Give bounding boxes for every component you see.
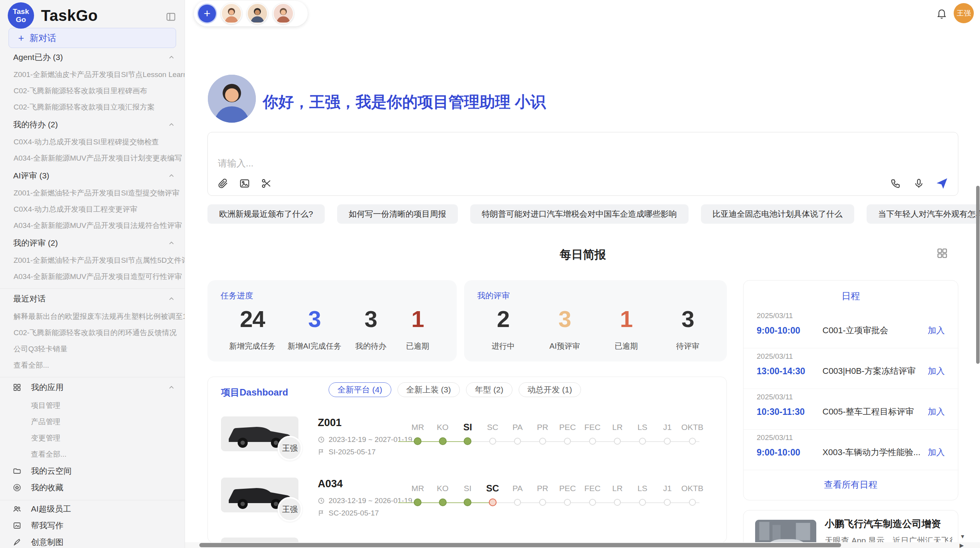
- tab-model-year[interactable]: 年型 (2): [466, 382, 512, 397]
- image-icon[interactable]: [238, 177, 251, 190]
- list-item[interactable]: A034-全新新能源MUV产品开发项目法规符合性评审: [0, 217, 185, 234]
- milestone-dot: [439, 437, 447, 445]
- project-next-milestone: SC-2025-05-17: [318, 509, 379, 517]
- user-avatar[interactable]: 王强: [954, 3, 974, 23]
- logo-text-top: Task: [13, 7, 29, 15]
- list-item[interactable]: C02-飞腾新能源轻客改款项目立项汇报方案: [0, 99, 185, 115]
- tab-new-platform[interactable]: 全新平台 (4): [329, 382, 391, 397]
- list-item[interactable]: A034-全新新能源MUV产品开发项目计划变更表编写: [0, 150, 185, 166]
- milestone-label: LS: [630, 421, 655, 433]
- attach-icon[interactable]: [216, 177, 230, 190]
- project-dashboard-card: 项目Dashboard 全新平台 (4) 全新上装 (3) 年型 (2) 动总开…: [207, 377, 727, 543]
- stat-in-progress: 2 进行中: [486, 306, 521, 351]
- milestone-dot: [514, 438, 521, 445]
- suggestion-chip[interactable]: 如何写一份清晰的项目周报: [337, 204, 458, 224]
- date-range: 2023-12-19 ~ 2026-01-19: [329, 497, 412, 505]
- milestone-dot: [589, 438, 596, 445]
- writing-image-icon: [12, 521, 22, 531]
- sidebar-item-my-apps[interactable]: 我的应用: [0, 377, 185, 397]
- project-row[interactable]: 王强 Z001 2023-12-19 ~ 2027-01-19 SI-2025-…: [208, 414, 727, 472]
- horizontal-scrollbar: ▶: [185, 542, 980, 548]
- section-title: 我的评审 (2): [13, 238, 58, 248]
- list-item[interactable]: 解释最新出台的欧盟报废车法规再生塑料比例被调至15%...: [0, 308, 185, 325]
- list-item[interactable]: C02-飞腾新能源轻客改款项目的闭环通告反馈情况: [0, 325, 185, 341]
- list-item[interactable]: 公司Q3轻卡销量: [0, 341, 185, 357]
- section-header-my-review[interactable]: 我的评审 (2): [0, 234, 185, 252]
- list-item[interactable]: Z001-全新燃油皮卡产品开发项目SI节点Lesson Learn报告: [0, 67, 185, 83]
- stat-label: 进行中: [486, 341, 521, 351]
- join-button[interactable]: 加入: [928, 365, 945, 377]
- avatar[interactable]: [247, 3, 268, 24]
- vertical-scrollbar-thumb[interactable]: [976, 186, 980, 364]
- scissors-icon[interactable]: [260, 177, 273, 190]
- section-header-agent-done[interactable]: Agent已办 (3): [0, 48, 185, 67]
- sidebar-item-my-favorites[interactable]: 我的收藏: [0, 479, 185, 496]
- mic-icon[interactable]: [912, 177, 925, 190]
- sidebar-item-change-mgmt[interactable]: 变更管理: [0, 430, 185, 446]
- section-header-my-todo[interactable]: 我的待办 (2): [0, 115, 185, 134]
- schedule-date: 2025/03/11: [757, 312, 945, 320]
- list-item[interactable]: C0X4-动力总成开发项目SI里程碑提交物检查: [0, 134, 185, 150]
- list-item[interactable]: Z001-全新燃油轻卡产品开发项目SI节点属性5D文件评审: [0, 252, 185, 269]
- notification-bell-icon[interactable]: [936, 7, 947, 19]
- suggestion-chip[interactable]: 比亚迪全固态电池计划具体说了什么: [701, 204, 854, 224]
- view-all-apps[interactable]: 查看全部...: [0, 446, 185, 462]
- chevron-up-icon: [168, 384, 175, 391]
- stat-my-todo: 3 我的待办: [353, 306, 388, 351]
- join-button[interactable]: 加入: [928, 325, 945, 336]
- chat-input[interactable]: [208, 132, 958, 174]
- send-icon[interactable]: [935, 177, 949, 190]
- suggestion-chip[interactable]: 特朗普可能对进口汽车增税会对中国车企造成哪些影响: [470, 204, 689, 224]
- milestone-label: MR: [405, 421, 430, 433]
- stat-new-ai-done: 3 新增AI完成任务: [288, 306, 341, 351]
- avatar[interactable]: [221, 3, 242, 24]
- app-logo: Task Go TaskGo: [0, 0, 185, 27]
- sidebar-item-project-mgmt[interactable]: 项目管理: [0, 397, 185, 414]
- list-item[interactable]: C02-飞腾新能源轻客改款项目里程碑画布: [0, 83, 185, 99]
- voice-call-icon[interactable]: [889, 177, 902, 190]
- milestone-timeline: MRKOSISCPAPRPECFECLRLSJ1OKTB: [405, 483, 715, 507]
- milestone-label: PEC: [555, 483, 580, 494]
- avatar[interactable]: [273, 3, 294, 24]
- scroll-down-icon[interactable]: ▼: [960, 533, 965, 539]
- sidebar-collapse-icon[interactable]: [166, 12, 176, 22]
- milestone-dot: [689, 499, 696, 506]
- milestone-dot: [689, 438, 696, 445]
- logo-icon: Task Go: [8, 2, 34, 29]
- schedule-time: 9:00-10:00: [757, 325, 822, 336]
- section-title: 最近对话: [13, 293, 46, 304]
- schedule-name: X003-车辆动力学性能验...: [822, 447, 928, 458]
- sidebar-item-ai-super-staff[interactable]: AI超级员工: [0, 500, 185, 517]
- tab-powertrain[interactable]: 动总开发 (1): [519, 382, 581, 397]
- owner-badge: 王强: [278, 436, 302, 461]
- sidebar-item-product-mgmt[interactable]: 产品管理: [0, 414, 185, 430]
- join-button[interactable]: 加入: [928, 406, 945, 418]
- suggestion-chip[interactable]: 欧洲新规最近颁布了什么?: [207, 204, 325, 224]
- list-item[interactable]: A034-全新新能源MUV产品开发项目造型可行性评审: [0, 269, 185, 285]
- section-header-ai-review[interactable]: AI评审 (3): [0, 166, 185, 185]
- horizontal-scrollbar-thumb[interactable]: [199, 543, 841, 547]
- sidebar-item-creative-drawing[interactable]: 创意制图: [0, 534, 185, 548]
- layout-grid-icon[interactable]: [936, 247, 948, 259]
- view-all-chats[interactable]: 查看全部...: [0, 357, 185, 373]
- sidebar-item-help-me-write[interactable]: 帮我写作: [0, 517, 185, 534]
- scroll-right-icon[interactable]: ▶: [959, 542, 964, 548]
- schedule-time: 13:00-14:30: [757, 366, 822, 377]
- suggestion-chip[interactable]: 当下年轻人对汽车外观有怎样的喜好趋势: [867, 204, 980, 224]
- section-header-recent-chats[interactable]: 最近对话: [0, 289, 185, 308]
- milestone-label: OKTB: [680, 483, 705, 494]
- list-item[interactable]: Z001-全新燃油轻卡产品开发项目SI造型提交物评审: [0, 185, 185, 201]
- milestone-dot: [564, 499, 571, 506]
- new-session-button[interactable]: +: [198, 5, 216, 22]
- project-row[interactable]: 王强 A034 2023-12-19 ~ 2026-01-19 SC-2025-…: [208, 475, 727, 533]
- sidebar-item-my-cloud[interactable]: 我的云空间: [0, 462, 185, 479]
- milestone-label: FEC: [580, 483, 605, 494]
- sidebar-item-label: 我的收藏: [31, 482, 63, 493]
- new-chat-button[interactable]: + 新对话: [9, 28, 176, 48]
- view-all-schedule[interactable]: 查看所有日程: [744, 479, 958, 491]
- apps-grid-icon: [12, 382, 22, 392]
- join-button[interactable]: 加入: [928, 447, 945, 458]
- tab-new-body[interactable]: 全新上装 (3): [397, 382, 460, 397]
- list-item[interactable]: C0X4-动力总成开发项目工程变更评审: [0, 201, 185, 217]
- milestone-timeline: MRKOSISCPAPRPECFECLRLSJ1OKTB: [405, 421, 715, 446]
